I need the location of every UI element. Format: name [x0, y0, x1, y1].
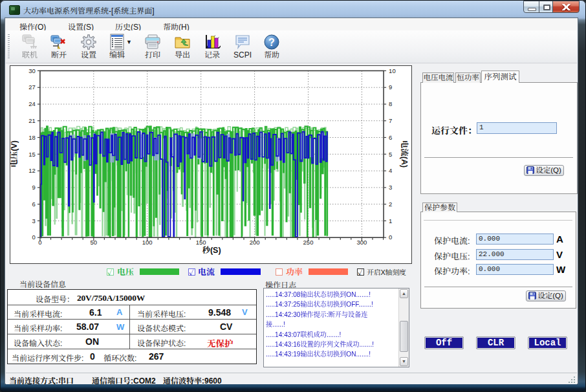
svg-text:100: 100 [142, 239, 153, 246]
svg-text:5: 5 [389, 151, 392, 158]
svg-text:6: 6 [32, 201, 36, 208]
svg-text:50: 50 [91, 239, 98, 246]
svg-text:秒(S): 秒(S) [202, 246, 221, 255]
svg-text:24: 24 [28, 100, 36, 107]
svg-text:?: ? [268, 37, 275, 48]
svg-text:18: 18 [28, 134, 36, 141]
svg-text:0: 0 [32, 234, 36, 241]
svg-text:6: 6 [389, 134, 392, 141]
svg-text:8: 8 [389, 100, 392, 107]
svg-text:15: 15 [28, 151, 36, 158]
svg-text:电流(A): 电流(A) [400, 140, 409, 168]
svg-text:21: 21 [28, 117, 36, 124]
svg-text:电压(V): 电压(V) [10, 140, 19, 168]
svg-text:30: 30 [28, 67, 36, 74]
svg-text:1: 1 [389, 217, 392, 224]
svg-text:7: 7 [389, 117, 392, 124]
svg-text:0: 0 [38, 239, 41, 246]
svg-text:9: 9 [389, 83, 392, 91]
svg-text:4: 4 [389, 167, 392, 174]
svg-text:12: 12 [28, 167, 36, 174]
svg-text:2: 2 [389, 201, 392, 208]
svg-text:150: 150 [196, 239, 206, 246]
svg-text:250: 250 [303, 239, 314, 246]
svg-text:9: 9 [32, 184, 36, 191]
svg-text:3: 3 [32, 217, 36, 224]
svg-text:27: 27 [28, 83, 36, 91]
svg-text:10: 10 [389, 67, 396, 74]
svg-text:200: 200 [250, 239, 260, 246]
svg-text:300: 300 [356, 239, 367, 246]
svg-text:3: 3 [389, 184, 392, 191]
svg-text:0: 0 [389, 234, 392, 241]
